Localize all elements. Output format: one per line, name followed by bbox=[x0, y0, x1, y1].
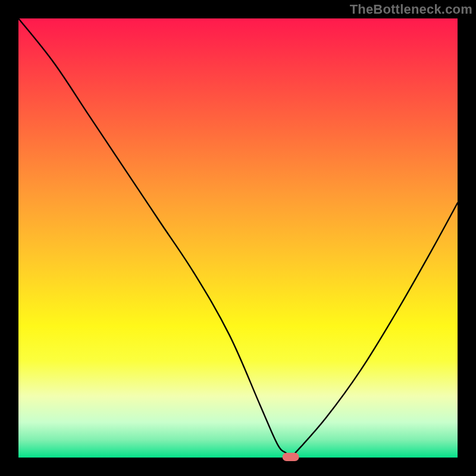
optimal-marker bbox=[18, 18, 458, 458]
attribution-label: TheBottleneck.com bbox=[350, 2, 472, 17]
svg-rect-0 bbox=[283, 453, 299, 461]
plot-area bbox=[18, 18, 458, 458]
chart-frame: TheBottleneck.com bbox=[0, 0, 476, 476]
